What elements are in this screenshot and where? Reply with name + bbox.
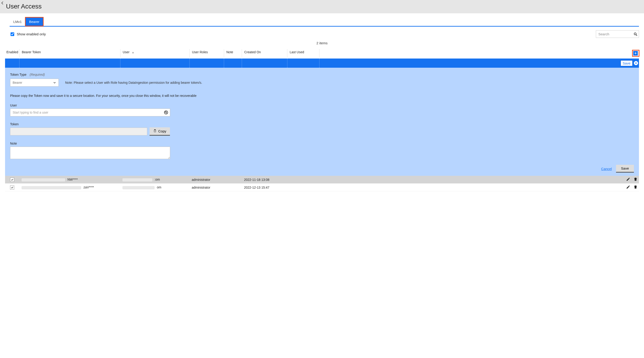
- svg-line-8: [166, 113, 167, 114]
- item-count: 2 items: [5, 40, 639, 48]
- copy-warning: Please copy the Token now and save it to…: [10, 94, 634, 98]
- token-form-panel: Token Type (Required) Bearer Note: Pleas…: [5, 68, 639, 176]
- row-created: 2022-11-18 13:08: [242, 178, 287, 182]
- clipboard-icon: [153, 129, 156, 133]
- token-type-helper: Note: Please select a User with Role hav…: [65, 81, 202, 85]
- svg-line-1: [636, 35, 637, 36]
- row-user: :om: [120, 178, 190, 181]
- save-button[interactable]: Save: [616, 165, 634, 173]
- row-user-suffix: :om: [154, 178, 160, 181]
- row-roles: administrator: [190, 186, 224, 189]
- note-field: Note: [10, 142, 634, 160]
- svg-point-6: [164, 111, 168, 114]
- svg-point-0: [634, 33, 636, 35]
- svg-point-7: [165, 112, 167, 113]
- row-user-suffix: om: [157, 185, 161, 189]
- insert-row-dividers: [5, 59, 620, 68]
- insert-row: Save: [5, 59, 639, 68]
- col-header-user-label: User: [123, 50, 130, 54]
- controls-row: Show enabled only: [5, 27, 639, 40]
- search-box: [596, 30, 639, 38]
- show-enabled-input[interactable]: [10, 32, 14, 36]
- row-roles: administrator: [190, 178, 224, 182]
- redacted-text: [122, 178, 152, 182]
- table-row: NW**** :om administrator 2022-11-18 13:0…: [5, 176, 639, 184]
- back-chevron-icon[interactable]: [0, 1, 4, 6]
- delete-icon[interactable]: [634, 177, 638, 181]
- search-icon[interactable]: [634, 32, 638, 36]
- sort-asc-icon: ▲: [132, 51, 134, 54]
- redacted-text: [22, 178, 65, 182]
- user-input[interactable]: [10, 109, 170, 116]
- chevron-down-icon: [53, 81, 56, 84]
- row-enabled-checkbox[interactable]: [10, 185, 14, 190]
- tab-bearer[interactable]: Bearer: [26, 18, 43, 26]
- tabs-bar: LMv1 Bearer: [10, 13, 639, 27]
- header-bar: User Access: [0, 1, 644, 13]
- tab-lmv1[interactable]: LMv1: [10, 18, 26, 26]
- redacted-text: [122, 186, 154, 189]
- required-indicator: (Required): [30, 73, 45, 76]
- delete-icon[interactable]: [634, 185, 638, 189]
- user-label: User: [10, 104, 634, 107]
- token-type-value: Bearer: [12, 81, 22, 85]
- page-title: User Access: [6, 3, 640, 10]
- svg-rect-10: [154, 129, 156, 130]
- row-token: zaV****: [19, 185, 120, 189]
- user-search-icon[interactable]: [164, 110, 168, 115]
- note-label: Note: [10, 142, 634, 145]
- col-header-roles: User Roles: [190, 49, 224, 57]
- svg-rect-9: [154, 130, 156, 132]
- note-input[interactable]: [10, 147, 170, 159]
- cancel-button[interactable]: Cancel: [601, 167, 612, 171]
- table-row: zaV**** om administrator 2022-12-13 15:4…: [5, 184, 639, 191]
- add-token-button[interactable]: [633, 51, 638, 56]
- show-enabled-label: Show enabled only: [17, 32, 46, 36]
- content: LMv1 Bearer Show enabled only 2 items En…: [0, 13, 644, 196]
- grid-header: Enabled Bearer Token User ▲ User Roles N…: [5, 48, 639, 59]
- row-token-suffix: zaV****: [84, 185, 94, 189]
- copy-button[interactable]: Copy: [150, 127, 170, 136]
- insert-save-button[interactable]: Save: [620, 60, 632, 66]
- edit-icon[interactable]: [626, 177, 630, 181]
- token-type-label: Token Type: [10, 73, 26, 76]
- token-input[interactable]: [10, 128, 147, 135]
- grid: Enabled Bearer Token User ▲ User Roles N…: [5, 48, 639, 191]
- edit-icon[interactable]: [626, 185, 630, 189]
- col-header-lastused: Last Used: [287, 49, 319, 57]
- panel-actions: Cancel Save: [10, 165, 634, 173]
- token-label: Token: [10, 122, 634, 126]
- col-header-user[interactable]: User ▲: [120, 49, 190, 57]
- row-user: om: [120, 185, 190, 189]
- insert-close-button[interactable]: [634, 61, 638, 65]
- token-type-field: Token Type (Required) Bearer Note: Pleas…: [10, 73, 634, 87]
- user-field: User: [10, 104, 634, 116]
- copy-label: Copy: [158, 129, 166, 133]
- row-enabled-checkbox[interactable]: [10, 178, 14, 182]
- token-type-select[interactable]: Bearer: [10, 79, 59, 87]
- search-input[interactable]: [596, 30, 639, 38]
- col-header-token: Bearer Token: [19, 49, 120, 57]
- row-created: 2022-12-13 15:47: [242, 186, 287, 189]
- col-header-actions: [319, 49, 639, 57]
- row-token-suffix: NW****: [68, 178, 78, 181]
- redacted-text: [22, 186, 81, 189]
- col-header-created: Created On: [242, 49, 287, 57]
- show-enabled-checkbox[interactable]: Show enabled only: [10, 32, 46, 37]
- col-header-note: Note: [224, 49, 242, 57]
- col-header-enabled: Enabled: [5, 49, 19, 57]
- row-token: NW****: [19, 178, 120, 181]
- token-field: Token Copy: [10, 122, 634, 136]
